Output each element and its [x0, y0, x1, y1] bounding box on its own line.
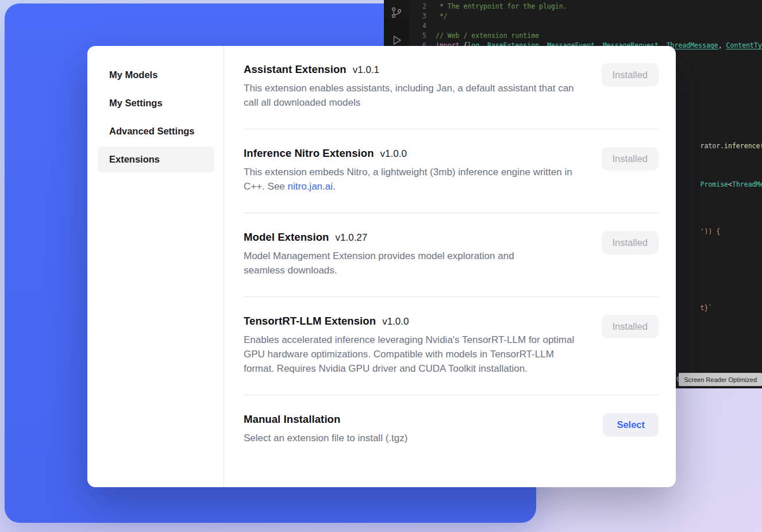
manual-installation-row: Manual Installation Select an extension …	[244, 395, 659, 456]
settings-modal: My Models My Settings Advanced Settings …	[87, 46, 676, 487]
source-control-icon[interactable]	[390, 6, 403, 20]
extension-description: This extension embeds Nitro, a lightweig…	[244, 165, 578, 194]
extension-version: v1.0.27	[336, 232, 368, 244]
extension-version: v1.0.0	[382, 316, 409, 327]
desc-text: Model Management Extension provides mode…	[244, 250, 514, 276]
desc-text: Select an extension file to install (.tg…	[244, 433, 407, 444]
extension-title: Assistant Extension	[244, 63, 347, 76]
sidebar-item-my-settings[interactable]: My Settings	[98, 90, 214, 116]
extension-row-nitro: Inference Nitro Extension v1.0.0 This ex…	[244, 129, 659, 213]
code-text: Promise	[701, 180, 728, 188]
extension-row-assistant: Assistant Extension v1.0.1 This extensio…	[244, 46, 659, 129]
extension-title: Model Extension	[244, 231, 329, 244]
run-debug-icon[interactable]	[390, 33, 403, 47]
code-fragment: t}`	[676, 294, 712, 323]
installed-button[interactable]: Installed	[602, 63, 659, 87]
code-text: inference	[724, 142, 760, 150]
extension-row-model: Model Extension v1.0.27 Model Management…	[244, 213, 659, 297]
sidebar-item-my-models[interactable]: My Models	[98, 62, 214, 88]
extension-description: Enables accelerated inference leveraging…	[244, 333, 578, 376]
code-fragment: ')) {	[676, 217, 720, 246]
code-text: ThreadMessage	[732, 180, 762, 188]
extensions-list: Assistant Extension v1.0.1 This extensio…	[224, 46, 676, 487]
settings-sidebar: My Models My Settings Advanced Settings …	[87, 46, 224, 487]
installed-button[interactable]: Installed	[602, 315, 659, 338]
code-fragment: rator.inference(data));	[676, 132, 762, 161]
select-file-button[interactable]: Select	[603, 413, 659, 437]
nitro-jan-ai-link[interactable]: nitro.jan.ai.	[288, 181, 336, 192]
extension-description: Model Management Extension provides mode…	[244, 249, 557, 277]
desktop: 2 * The entrypoint for the plugin.3 */45…	[0, 0, 762, 532]
extension-description: This extension enables assistants, inclu…	[244, 81, 578, 110]
code-text: ')) {	[701, 228, 721, 236]
extension-title: Inference Nitro Extension	[244, 147, 374, 160]
extension-version: v1.0.0	[380, 148, 407, 160]
code-fragment: Promise<ThreadMessage>	[676, 170, 762, 199]
extension-row-tensorrt: TensortRT-LLM Extension v1.0.0 Enables a…	[244, 297, 659, 395]
sidebar-item-extensions[interactable]: Extensions	[98, 147, 214, 172]
code-text: t}`	[701, 304, 713, 312]
manual-installation-title: Manual Installation	[244, 413, 340, 426]
sidebar-item-advanced-settings[interactable]: Advanced Settings	[98, 118, 214, 144]
manual-installation-description: Select an extension file to install (.tg…	[244, 431, 407, 445]
installed-button[interactable]: Installed	[602, 147, 659, 171]
desc-text: Enables accelerated inference leveraging…	[244, 334, 574, 374]
extension-version: v1.0.1	[353, 64, 379, 76]
extension-title: TensortRT-LLM Extension	[244, 315, 376, 327]
installed-button[interactable]: Installed	[602, 231, 659, 255]
code-text: rator.	[701, 142, 725, 150]
code-text: <	[728, 180, 732, 188]
desc-text: This extension enables assistants, inclu…	[244, 83, 574, 108]
screen-reader-toast[interactable]: Screen Reader Optimized	[679, 373, 762, 386]
code-text: (data));	[760, 142, 762, 150]
code-lines: 2 * The entrypoint for the plugin.3 */45…	[410, 2, 762, 51]
